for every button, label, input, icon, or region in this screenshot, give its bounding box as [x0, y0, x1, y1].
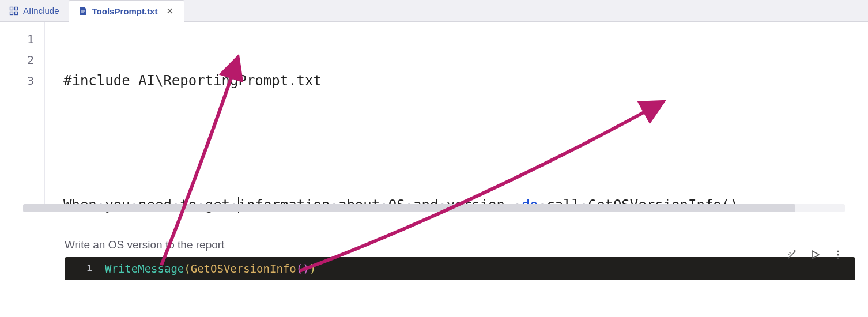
more-icon[interactable] [832, 249, 843, 259]
prompt-text: Write an OS version to the report [65, 239, 868, 251]
svg-point-5 [837, 254, 839, 255]
tab-label: ToolsPrompt.txt [92, 6, 158, 16]
file-icon [78, 6, 88, 16]
line-number: 1 [0, 29, 44, 50]
editor-code[interactable]: #include AI\ReportingPrompt.txt When·you… [45, 22, 868, 204]
grid-icon [9, 6, 18, 16]
tab-label: AIInclude [23, 6, 59, 16]
svg-rect-2 [10, 12, 13, 14]
tab-aiinclude[interactable]: AIInclude [0, 0, 69, 21]
snippet-toolbar [786, 249, 843, 259]
code-line [63, 133, 868, 153]
magic-wand-icon[interactable] [786, 249, 797, 259]
svg-point-6 [837, 257, 839, 259]
horizontal-scrollbar[interactable] [23, 204, 845, 212]
editor[interactable]: 1 2 3 #include AI\ReportingPrompt.txt Wh… [0, 22, 868, 204]
svg-rect-1 [15, 7, 18, 10]
output-panel: Write an OS version to the report 1 Writ… [0, 213, 868, 280]
close-icon[interactable]: ✕ [165, 6, 175, 16]
snippet-code: WriteMessage(GetOSVersionInfo()) [105, 257, 855, 280]
line-number: 2 [0, 50, 44, 70]
code-line: #include AI\ReportingPrompt.txt [63, 70, 868, 91]
svg-point-4 [837, 250, 839, 252]
tab-strip: AIInclude ToolsPrompt.txt ✕ [0, 0, 868, 22]
code-snippet[interactable]: 1 WriteMessage(GetOSVersionInfo()) [65, 257, 855, 280]
snippet-line-number: 1 [65, 257, 105, 280]
svg-rect-0 [10, 7, 13, 10]
svg-rect-3 [15, 12, 18, 14]
scrollbar-thumb[interactable] [23, 204, 795, 212]
tab-toolsprompt[interactable]: ToolsPrompt.txt ✕ [69, 0, 185, 22]
run-icon[interactable] [809, 249, 820, 259]
editor-gutter: 1 2 3 [0, 22, 45, 204]
line-number: 3 [0, 70, 44, 91]
